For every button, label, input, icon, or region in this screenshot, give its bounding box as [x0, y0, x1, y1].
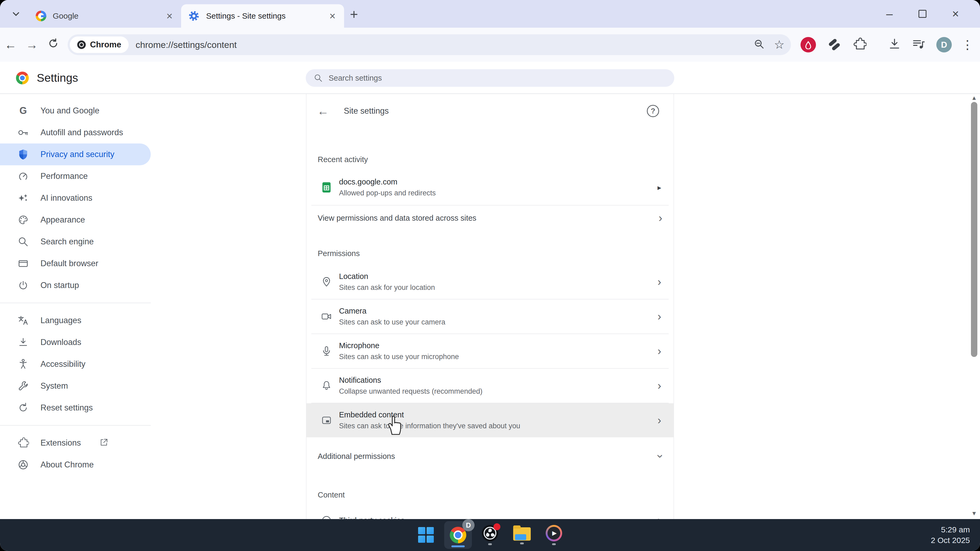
taskbar-clock[interactable]: 5:29 am 2 Oct 2025 — [931, 524, 970, 546]
taskbar-obs[interactable] — [481, 525, 499, 545]
downloads-icon[interactable] — [888, 38, 901, 52]
search-input[interactable] — [328, 73, 666, 83]
chevron-right-icon: › — [657, 276, 661, 287]
media-player-icon: ▶ — [546, 525, 562, 541]
sidebar-item-performance[interactable]: Performance — [0, 165, 151, 187]
search-icon — [17, 236, 29, 248]
tab-close-icon[interactable]: × — [165, 11, 174, 21]
sidebar-item-accessibility[interactable]: Accessibility — [0, 353, 151, 375]
scroll-up-icon[interactable]: ▲ — [969, 94, 979, 102]
bell-icon — [320, 380, 332, 392]
sidebar-item-privacy-security[interactable]: Privacy and security — [0, 143, 151, 165]
additional-permissions-row[interactable]: Additional permissions › — [307, 444, 673, 469]
profile-avatar[interactable]: D — [936, 37, 952, 52]
sidebar-item-languages[interactable]: Languages — [0, 310, 151, 332]
settings-search[interactable] — [306, 69, 674, 87]
new-tab-button[interactable]: + — [350, 8, 358, 21]
sidebar-divider — [0, 425, 151, 426]
permissions-label: Permissions — [307, 249, 673, 258]
close-button[interactable]: × — [939, 0, 972, 28]
sidebar-item-you-and-google[interactable]: G You and Google — [0, 100, 151, 122]
browser-window-icon — [17, 257, 29, 270]
palette-icon — [17, 214, 29, 226]
wrench-icon — [17, 380, 29, 392]
extension-icon-red-drop[interactable] — [800, 37, 816, 52]
site-settings-card: ← Site settings ? Recent activity docs.g… — [306, 94, 674, 519]
page-nav: ← Site settings ? — [307, 98, 673, 124]
restore-icon — [918, 10, 926, 18]
maximize-button[interactable] — [906, 0, 939, 28]
window-controls: – × — [873, 0, 972, 28]
download-icon — [17, 336, 29, 348]
help-icon[interactable]: ? — [647, 105, 659, 117]
permission-row-microphone[interactable]: Microphone Sites can ask to use your mic… — [307, 334, 673, 368]
permission-row-embedded-content[interactable]: Embedded content Sites can ask to use in… — [307, 403, 673, 437]
page-title: Site settings — [344, 106, 647, 116]
back-arrow-icon[interactable]: ← — [317, 104, 329, 118]
active-app-indicator — [451, 545, 465, 547]
embedded-content-icon — [320, 414, 332, 426]
sidebar-item-search-engine[interactable]: Search engine — [0, 231, 151, 252]
tab-google[interactable]: Google × — [29, 4, 181, 28]
view-permissions-row[interactable]: View permissions and data stored across … — [307, 205, 673, 230]
window-titlebar: Google × Settings - Site settings × + – … — [0, 0, 980, 28]
start-button[interactable] — [417, 527, 435, 543]
vertical-scrollbar[interactable]: ▲ ▼ — [969, 94, 979, 519]
permission-row-location[interactable]: Location Sites can ask for your location… — [307, 265, 673, 299]
tab-search-button[interactable] — [6, 4, 26, 24]
sidebar-item-downloads[interactable]: Downloads — [0, 332, 151, 353]
site-domain: docs.google.com — [339, 178, 657, 186]
taskbar-chrome[interactable]: D — [449, 521, 467, 549]
desktop-screen: Google × Settings - Site settings × + – … — [0, 0, 980, 551]
sidebar-item-autofill[interactable]: Autofill and passwords — [0, 122, 151, 143]
extensions-puzzle-icon[interactable] — [853, 37, 867, 52]
bookmark-star-icon[interactable]: ☆ — [774, 39, 784, 51]
address-bar[interactable]: Chrome chrome://settings/content ☆ — [68, 34, 791, 55]
tab-title: Settings - Site settings — [206, 11, 328, 21]
reset-icon — [17, 402, 29, 414]
taskbar-media-player[interactable]: ▶ — [545, 525, 563, 545]
forward-button[interactable]: → — [21, 38, 43, 52]
browser-menu-icon[interactable]: ⋮ — [961, 38, 974, 52]
google-favicon — [36, 11, 46, 21]
sparkle-icon — [17, 192, 29, 204]
tab-settings[interactable]: Settings - Site settings × — [181, 4, 344, 28]
reload-button[interactable] — [43, 38, 64, 52]
site-info-chip[interactable]: Chrome — [70, 37, 129, 53]
extension-icon-dark[interactable] — [828, 38, 841, 51]
chrome-outline-icon — [17, 459, 29, 471]
sidebar-item-appearance[interactable]: Appearance — [0, 209, 151, 231]
camera-icon — [320, 310, 332, 322]
scroll-down-icon[interactable]: ▼ — [969, 510, 979, 517]
sidebar-item-system[interactable]: System — [0, 375, 151, 397]
scrollbar-thumb[interactable] — [971, 102, 977, 357]
taskbar-file-explorer[interactable] — [513, 526, 531, 545]
arrow-right-icon: ▸ — [657, 183, 661, 192]
sidebar-item-reset-settings[interactable]: Reset settings — [0, 397, 151, 419]
permissions-list: Location Sites can ask for your location… — [307, 265, 673, 437]
url-text[interactable]: chrome://settings/content — [135, 40, 744, 50]
shield-icon — [17, 148, 29, 160]
external-link-icon — [99, 438, 109, 448]
tab-close-icon[interactable]: × — [328, 11, 337, 21]
key-icon — [17, 126, 29, 139]
permission-row-notifications[interactable]: Notifications Collapse unwanted requests… — [307, 368, 673, 403]
back-button[interactable]: ← — [0, 38, 21, 52]
media-controls-icon[interactable] — [912, 37, 926, 52]
permission-row-camera[interactable]: Camera Sites can ask to use your camera … — [307, 300, 673, 333]
sidebar-item-about-chrome[interactable]: About Chrome — [0, 454, 151, 476]
zoom-out-icon[interactable] — [753, 38, 765, 51]
sidebar-item-on-startup[interactable]: On startup — [0, 275, 151, 296]
cookie-icon — [320, 514, 332, 519]
minimize-button[interactable]: – — [873, 0, 906, 28]
site-info-label: Chrome — [90, 40, 121, 49]
recent-site-row[interactable]: docs.google.com Allowed pop-ups and redi… — [307, 170, 673, 205]
sidebar-item-default-browser[interactable]: Default browser — [0, 252, 151, 275]
sidebar-item-ai-innovations[interactable]: AI innovations — [0, 187, 151, 209]
folder-icon — [513, 526, 531, 541]
recent-activity-label: Recent activity — [307, 155, 673, 164]
permission-row-third-party-cookies[interactable]: Third-party cookies › — [307, 503, 673, 519]
sidebar-item-extensions[interactable]: Extensions — [0, 432, 151, 454]
settings-brand: Settings — [16, 62, 78, 94]
google-sheets-icon — [320, 181, 332, 194]
